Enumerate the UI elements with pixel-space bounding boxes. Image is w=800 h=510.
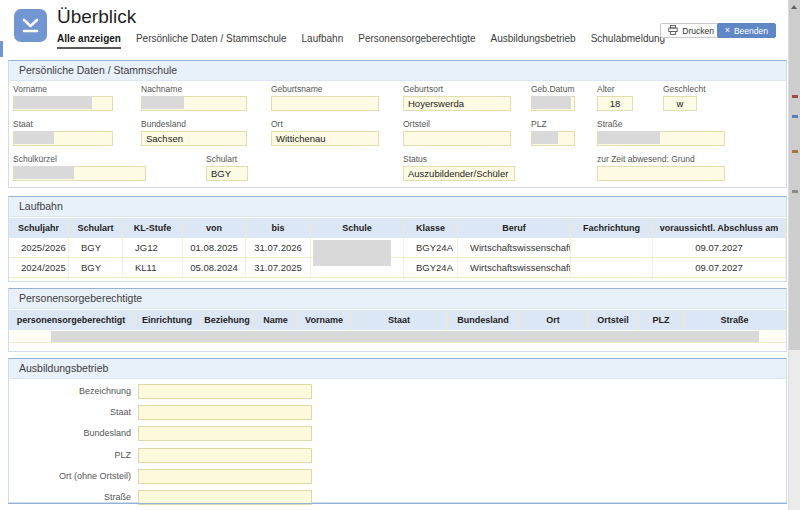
- status-field: Status Auszubildender/Schüler: [403, 155, 515, 181]
- col-beruf: Beruf: [458, 218, 571, 238]
- abwesend-label: zur Zeit abwesend: Grund: [597, 155, 725, 164]
- cell-bis: 31.07.2025: [246, 258, 311, 277]
- abwesend-field: zur Zeit abwesend: Grund: [597, 155, 725, 181]
- col-von: von: [183, 218, 246, 238]
- staat-redaction: [14, 131, 54, 144]
- overview-chevron-icon: [14, 9, 47, 42]
- alter-field: Alter 18: [597, 85, 633, 111]
- col-vorname: Vorname: [298, 310, 351, 330]
- ortsteil-input[interactable]: [403, 131, 511, 146]
- gebdatum-label: Geb.Datum: [531, 85, 575, 94]
- personen-row-1[interactable]: [9, 330, 786, 343]
- laufbahn-table-header: Schuljahr Schulart KL-Stufe von bis Schu…: [9, 218, 786, 238]
- col-staat: Staat: [351, 310, 448, 330]
- section-ausbildungsbetrieb: Ausbildungsbetrieb Bezeichnung Staat Bun…: [8, 358, 787, 503]
- tab-personensorgeberechtigte[interactable]: Personensorgeberechtigte: [358, 33, 475, 49]
- schulart-input[interactable]: BGY: [206, 166, 248, 181]
- cell-beruf: Wirtschaftswissenschaft: [458, 238, 571, 257]
- staat-label: Staat: [13, 120, 113, 129]
- laufbahn-row-1[interactable]: 2025/2026 BGY JG12 01.08.2025 31.07.2026…: [9, 238, 786, 258]
- staat-field: Staat: [13, 120, 113, 146]
- print-button-label: Drucken: [682, 26, 714, 36]
- status-label: Status: [403, 155, 515, 164]
- col-personensorgeberechtigt: personensorgeberechtigt: [9, 310, 134, 330]
- cell-von: 05.08.2024: [183, 258, 246, 277]
- schulkuerzel-redaction: [14, 166, 74, 179]
- section-personal-data: Persönliche Daten / Stammschule Vorname …: [8, 60, 787, 188]
- geburtsname-field: Geburtsname: [271, 85, 379, 111]
- close-button[interactable]: × Beenden: [717, 23, 776, 38]
- window-edge-accent: [0, 41, 3, 57]
- col-beziehung: Beziehung: [201, 310, 254, 330]
- ab-plz-input[interactable]: [138, 448, 312, 463]
- nachname-redaction: [142, 96, 184, 109]
- cell-beruf: Wirtschaftswissenschaft: [458, 258, 571, 277]
- close-button-label: Beenden: [734, 26, 768, 36]
- schulkuerzel-label: Schulkürzel: [13, 155, 146, 164]
- bezeichnung-input[interactable]: [138, 384, 312, 399]
- cell-klasse: BGY24A: [404, 238, 458, 257]
- col-abschluss: voraussichtl. Abschluss am: [653, 218, 786, 238]
- schule-redaction: [313, 240, 391, 266]
- col-strasse: Straße: [684, 310, 786, 330]
- schulkuerzel-field: Schulkürzel: [13, 155, 146, 181]
- section-title-ausbildung: Ausbildungsbetrieb: [9, 359, 786, 379]
- geburtsname-input[interactable]: [271, 96, 379, 111]
- ort-label: Ort: [271, 120, 379, 129]
- ab-bundesland-label: Bundesland: [9, 426, 131, 441]
- scrollbar-mark: [792, 150, 798, 153]
- cell-schuljahr: 2025/2026: [9, 238, 69, 257]
- ortsteil-label: Ortsteil: [403, 120, 511, 129]
- ab-ort-input[interactable]: [138, 469, 312, 484]
- col-klasse: Klasse: [404, 218, 458, 238]
- col-plz: PLZ: [639, 310, 684, 330]
- scrollbar-mark: [792, 115, 798, 118]
- ab-staat-input[interactable]: [138, 405, 312, 420]
- tab-alle-anzeigen[interactable]: Alle anzeigen: [57, 33, 121, 49]
- cell-fachrichtung: [571, 258, 653, 277]
- ort-input[interactable]: Wittichenau: [271, 131, 379, 146]
- tab-ausbildungsbetrieb[interactable]: Ausbildungsbetrieb: [491, 33, 576, 49]
- bundesland-input[interactable]: Sachsen: [141, 131, 247, 146]
- geburtsort-input[interactable]: Hoyerswerda: [403, 96, 511, 111]
- ortsteil-field: Ortsteil: [403, 120, 511, 146]
- scroll-up-arrow-icon[interactable]: [791, 5, 797, 9]
- strasse-label: Straße: [597, 120, 725, 129]
- close-x-icon: ×: [725, 26, 730, 35]
- cell-klasse: BGY24A: [404, 258, 458, 277]
- vertical-scrollbar[interactable]: [788, 0, 800, 510]
- col-ort: Ort: [519, 310, 588, 330]
- geschlecht-input[interactable]: w: [663, 96, 697, 111]
- col-klstufe: KL-Stufe: [123, 218, 183, 238]
- status-input[interactable]: Auszubildender/Schüler: [403, 166, 515, 181]
- bundesland-label: Bundesland: [141, 120, 247, 129]
- tab-persoenliche-daten[interactable]: Persönliche Daten / Stammschule: [136, 33, 287, 49]
- section-title-personen: Personensorgeberechtigte: [9, 289, 786, 309]
- personen-table-header: personensorgeberechtigt Einrichtung Bezi…: [9, 310, 786, 330]
- abwesend-input[interactable]: [597, 166, 725, 181]
- cell-bis: 31.07.2026: [246, 238, 311, 257]
- cell-schuljahr: 2024/2025: [9, 258, 69, 277]
- cell-fachrichtung: [571, 238, 653, 257]
- plz-label: PLZ: [531, 120, 575, 129]
- section-title-laufbahn: Laufbahn: [9, 197, 786, 217]
- col-bundesland: Bundesland: [448, 310, 519, 330]
- alter-label: Alter: [597, 85, 633, 94]
- alter-input[interactable]: 18: [597, 96, 633, 111]
- laufbahn-row-2[interactable]: 2024/2025 BGY KL11 05.08.2024 31.07.2025…: [9, 258, 786, 278]
- section-personensorgeberechtigte: Personensorgeberechtigte personensorgebe…: [8, 288, 787, 352]
- col-schuljahr: Schuljahr: [9, 218, 69, 238]
- page-title: Überblick: [57, 6, 136, 28]
- vorname-redaction: [14, 96, 92, 109]
- col-fachrichtung: Fachrichtung: [571, 218, 653, 238]
- col-bis: bis: [246, 218, 311, 238]
- scrollbar-thumb[interactable]: [789, 0, 800, 350]
- print-button[interactable]: Drucken: [660, 23, 722, 38]
- tab-schulabmeldung[interactable]: Schulabmeldung: [591, 33, 666, 49]
- col-schulart: Schulart: [69, 218, 123, 238]
- schulart-label: Schulart: [206, 155, 248, 164]
- ab-plz-label: PLZ: [9, 448, 131, 463]
- gebdatum-field: Geb.Datum: [531, 85, 575, 111]
- ab-bundesland-input[interactable]: [138, 426, 312, 441]
- tab-laufbahn[interactable]: Laufbahn: [302, 33, 344, 49]
